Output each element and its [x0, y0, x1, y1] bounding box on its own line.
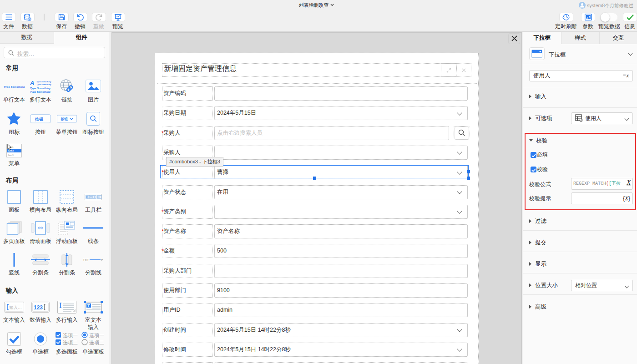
svg-text:Item3: Item3 — [8, 154, 14, 157]
svg-text:Type Something: Type Something — [30, 86, 51, 89]
svg-text:Type Something: Type Something — [30, 90, 51, 93]
svg-text:Type Something: Type Something — [36, 80, 51, 82]
svg-text:A: A — [30, 80, 34, 86]
svg-text:Type Something: Type Something — [36, 83, 51, 85]
svg-text:按钮: 按钮 — [35, 116, 43, 121]
svg-text:x: x — [586, 15, 588, 20]
svg-text:选项二: 选项二 — [63, 340, 78, 345]
svg-text:123: 123 — [34, 304, 43, 311]
svg-text:按钮: 按钮 — [61, 117, 68, 121]
svg-text:Type Something: Type Something — [4, 85, 25, 88]
svg-text:输入…: 输入… — [9, 305, 22, 310]
svg-text:选项一: 选项一 — [63, 333, 78, 338]
svg-text:T: T — [87, 303, 90, 308]
svg-text:TXT: TXT — [83, 258, 89, 262]
svg-text:选项二: 选项二 — [89, 340, 104, 345]
svg-text:选项一: 选项一 — [89, 333, 104, 338]
